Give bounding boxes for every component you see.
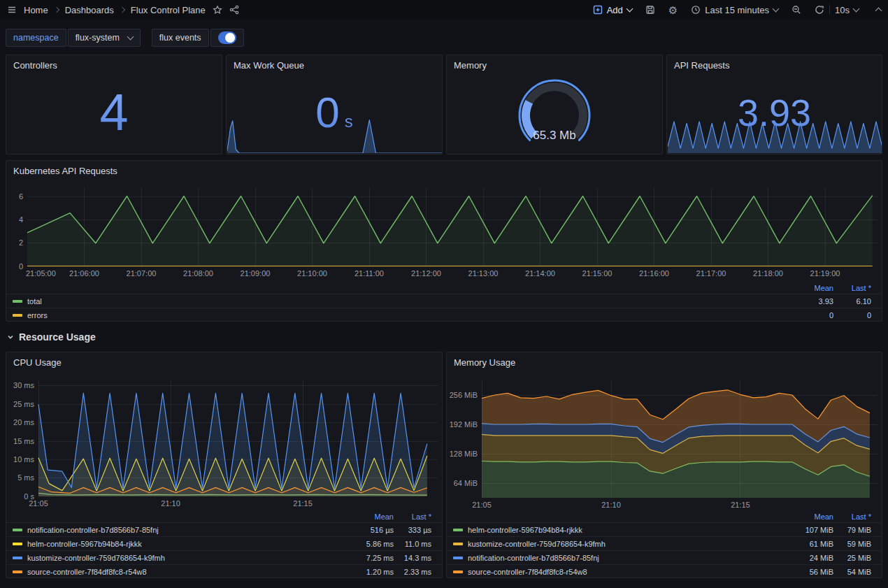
- series-label[interactable]: helm-controller-5967b94b84-rjkkk: [468, 526, 582, 534]
- panel-kubernetes-api-requests: Kubernetes API Requests 642021:05:0021:0…: [6, 160, 882, 322]
- api-requests-stat-value: 3.93: [667, 71, 882, 154]
- cpu-usage-chart[interactable]: 0 s5 ms10 ms15 ms20 ms25 ms30 ms21:0521:…: [6, 372, 442, 508]
- series-value: 11.0 ms: [394, 540, 431, 548]
- chevron-up-icon: [875, 7, 882, 14]
- flux-events-toggle[interactable]: [210, 29, 244, 47]
- legend-row: source-controller-7f84df8fc8-r54w856 MiB…: [447, 564, 882, 578]
- series-value: 56 MiB: [796, 568, 833, 576]
- star-icon: [213, 5, 222, 15]
- collapse-controls-button[interactable]: [876, 8, 881, 13]
- refresh-group: 10s: [815, 5, 859, 15]
- svg-text:21:11:00: 21:11:00: [355, 269, 384, 278]
- dashboard-settings-button[interactable]: ⚙: [668, 5, 678, 15]
- legend-header: MeanLast *: [447, 510, 882, 522]
- legend-sort-last[interactable]: Last *: [394, 512, 431, 521]
- series-color-marker: [453, 529, 463, 531]
- legend-sort-last[interactable]: Last *: [833, 512, 871, 521]
- legend-sort-mean[interactable]: Mean: [796, 512, 833, 521]
- legend-table: MeanLast *total3.936.10errors00: [6, 282, 882, 322]
- series-value: 25 MiB: [833, 554, 871, 562]
- series-label[interactable]: kustomize-controller-759d768654-k9fmh: [468, 540, 606, 548]
- legend-row: notification-controller-b7d8566b7-85fnj5…: [6, 522, 442, 536]
- add-panel-button[interactable]: Add: [593, 5, 632, 15]
- breadcrumb-item-home[interactable]: Home: [24, 5, 48, 15]
- svg-text:6: 6: [19, 192, 23, 201]
- series-label[interactable]: total: [27, 297, 42, 306]
- namespace-variable-value: flux-system: [76, 33, 120, 43]
- series-label[interactable]: helm-controller-5967b94b84-rjkkk: [27, 540, 142, 548]
- section-resource-usage[interactable]: Resource Usage: [7, 331, 96, 343]
- series-color-marker: [453, 571, 463, 573]
- series-label[interactable]: errors: [27, 311, 48, 320]
- svg-text:65.3 Mb: 65.3 Mb: [533, 129, 575, 142]
- panel-title[interactable]: Kubernetes API Requests: [6, 161, 882, 181]
- save-dashboard-button[interactable]: [645, 5, 655, 15]
- favorite-dashboard-button[interactable]: [213, 5, 222, 15]
- legend-row: kustomize-controller-759d768654-k9fmh7.2…: [6, 550, 442, 564]
- zoom-out-time-button[interactable]: [792, 5, 801, 15]
- memory-usage-chart[interactable]: 64 MiB128 MiB192 MiB256 MiB21:0521:1021:…: [447, 372, 882, 508]
- svg-text:21:18:00: 21:18:00: [753, 269, 783, 278]
- work-queue-stat-value: 0s: [227, 71, 442, 154]
- series-label[interactable]: notification-controller-b7d8566b7-85fnj: [27, 526, 159, 534]
- grafana-dashboard: Home Dashboards Flux Control Plane Add ⚙: [0, 0, 888, 588]
- svg-text:64 MiB: 64 MiB: [454, 479, 478, 487]
- add-panel-icon: [593, 5, 603, 15]
- menu-toggle-button[interactable]: [7, 5, 17, 15]
- series-label[interactable]: source-controller-7f84df8fc8-r54w8: [468, 568, 587, 576]
- svg-text:21:06:00: 21:06:00: [69, 269, 99, 278]
- toggle-switch[interactable]: [218, 31, 236, 44]
- share-icon: [229, 5, 239, 15]
- series-color-marker: [13, 300, 22, 303]
- refresh-interval-select[interactable]: 10s: [835, 5, 859, 15]
- svg-text:21:14:00: 21:14:00: [525, 269, 555, 278]
- svg-text:4: 4: [19, 215, 23, 224]
- breadcrumb-separator-icon: [53, 7, 59, 13]
- series-label[interactable]: notification-controller-b7d8566b7-85fnj: [468, 554, 599, 562]
- zoom-out-icon: [792, 5, 801, 15]
- chevron-down-icon: [773, 5, 780, 12]
- refresh-dashboard-button[interactable]: [815, 5, 824, 15]
- series-value: 1.20 ms: [356, 568, 394, 576]
- legend-sort-mean[interactable]: Mean: [796, 284, 833, 292]
- legend-header: MeanLast *: [6, 510, 442, 522]
- series-value: 0: [833, 311, 871, 320]
- namespace-variable-group: namespace flux-system: [6, 29, 141, 47]
- toggle-knob: [225, 33, 235, 43]
- svg-text:0: 0: [19, 262, 23, 271]
- series-label[interactable]: kustomize-controller-759d768654-k9fmh: [27, 554, 165, 562]
- series-value: 79 MiB: [833, 526, 871, 534]
- series-value: 3.93: [796, 297, 833, 306]
- series-color-marker: [453, 543, 463, 545]
- series-label[interactable]: source-controller-7f84df8fc8-r54w8: [27, 568, 147, 576]
- namespace-variable-label[interactable]: namespace: [6, 29, 66, 47]
- kubernetes-api-requests-chart[interactable]: 642021:05:0021:06:0021:07:0021:08:0021:0…: [6, 179, 882, 281]
- series-color-marker: [13, 571, 22, 573]
- series-color-marker: [13, 529, 22, 531]
- legend-row: kustomize-controller-759d768654-k9fmh61 …: [447, 536, 882, 550]
- breadcrumb-item-current[interactable]: Flux Control Plane: [131, 5, 206, 15]
- legend-header: MeanLast *: [6, 282, 882, 294]
- section-title: Resource Usage: [19, 331, 96, 343]
- legend-row: helm-controller-5967b94b84-rjkkk107 MiB7…: [447, 522, 882, 536]
- series-value: 107 MiB: [796, 526, 833, 534]
- panel-title[interactable]: Memory Usage: [447, 352, 882, 373]
- toolbar-right-group: Add ⚙ Last 15 minutes: [593, 5, 881, 15]
- series-color-marker: [13, 314, 22, 317]
- breadcrumb-item-dashboards[interactable]: Dashboards: [65, 5, 114, 15]
- time-range-picker[interactable]: Last 15 minutes: [691, 5, 778, 15]
- legend-sort-last[interactable]: Last *: [833, 284, 871, 292]
- legend-sort-mean[interactable]: Mean: [356, 512, 394, 521]
- svg-text:10 ms: 10 ms: [13, 455, 34, 464]
- series-value: 0: [796, 311, 833, 320]
- svg-text:256 MiB: 256 MiB: [450, 391, 478, 399]
- share-dashboard-button[interactable]: [229, 5, 239, 15]
- namespace-variable-select[interactable]: flux-system: [68, 29, 141, 47]
- panel-title[interactable]: CPU Usage: [6, 352, 442, 373]
- series-color-marker: [453, 557, 463, 559]
- memory-gauge[interactable]: 65.3 Mb: [447, 72, 662, 150]
- series-color-marker: [13, 557, 22, 559]
- flux-events-group: flux events: [152, 29, 244, 47]
- svg-text:2: 2: [19, 238, 23, 247]
- legend-table: MeanLast *notification-controller-b7d856…: [6, 510, 442, 578]
